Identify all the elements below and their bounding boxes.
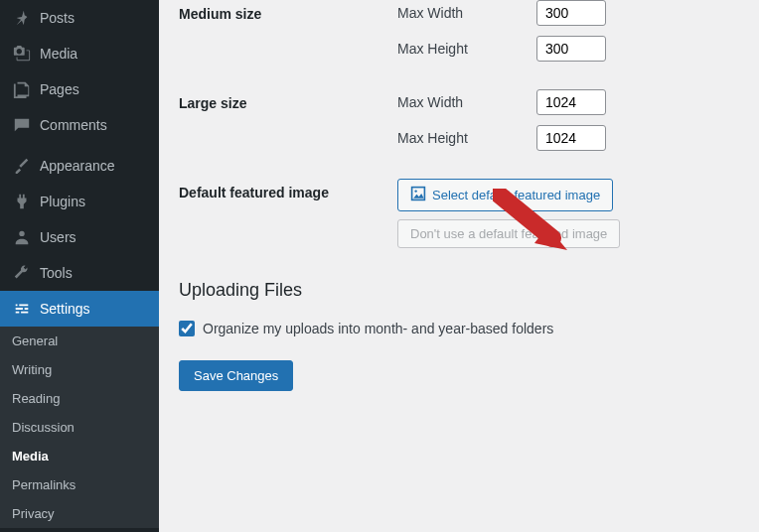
submenu-permalinks[interactable]: Permalinks xyxy=(0,470,159,499)
image-icon xyxy=(410,186,426,204)
pin-icon xyxy=(12,8,32,28)
remove-dfi-label: Don't use a default featured image xyxy=(410,226,607,241)
dfi-label: Default featured image xyxy=(179,179,397,200)
svg-point-0 xyxy=(19,231,24,236)
sidebar-item-plugins[interactable]: Plugins xyxy=(0,184,159,219)
sidebar-label: Comments xyxy=(40,117,107,133)
sidebar-label: Appearance xyxy=(40,158,115,174)
large-size-label: Large size xyxy=(179,89,397,111)
brush-icon xyxy=(12,156,32,176)
sidebar-item-users[interactable]: Users xyxy=(0,219,159,255)
max-height-label: Max Height xyxy=(397,41,536,57)
select-dfi-label: Select default featured image xyxy=(432,188,600,202)
large-height-input[interactable] xyxy=(536,125,606,151)
organize-uploads-checkbox[interactable] xyxy=(179,321,195,336)
submenu-privacy[interactable]: Privacy xyxy=(0,499,159,528)
medium-width-input[interactable] xyxy=(536,0,606,26)
sidebar-label: Pages xyxy=(40,81,79,97)
medium-size-label: Medium size xyxy=(179,0,397,22)
max-height-label: Max Height xyxy=(397,130,536,146)
sidebar-label: Tools xyxy=(40,265,73,281)
admin-sidebar: Posts Media Pages Comments Appearance Pl… xyxy=(0,0,159,532)
sidebar-item-appearance[interactable]: Appearance xyxy=(0,148,159,184)
media-icon xyxy=(12,44,32,64)
users-icon xyxy=(12,227,32,247)
sidebar-item-posts[interactable]: Posts xyxy=(0,0,159,36)
max-width-label: Max Width xyxy=(397,94,536,110)
sidebar-label: Media xyxy=(40,46,77,62)
svg-point-2 xyxy=(414,190,416,192)
main-content: Medium size Max Width Max Height Large s… xyxy=(159,0,759,532)
comments-icon xyxy=(12,115,32,135)
sidebar-label: Settings xyxy=(40,301,90,317)
medium-height-input[interactable] xyxy=(536,36,606,62)
pages-icon xyxy=(12,79,32,99)
sidebar-item-tools[interactable]: Tools xyxy=(0,255,159,291)
submenu-writing[interactable]: Writing xyxy=(0,355,159,384)
submenu-media[interactable]: Media xyxy=(0,442,159,470)
sidebar-item-pages[interactable]: Pages xyxy=(0,71,159,107)
sidebar-label: Users xyxy=(40,229,76,245)
submenu-reading[interactable]: Reading xyxy=(0,384,159,413)
sidebar-item-media[interactable]: Media xyxy=(0,36,159,71)
settings-submenu: General Writing Reading Discussion Media… xyxy=(0,327,159,528)
max-width-label: Max Width xyxy=(397,5,536,21)
plug-icon xyxy=(12,192,32,211)
sliders-icon xyxy=(12,299,32,319)
remove-dfi-button[interactable]: Don't use a default featured image xyxy=(397,219,620,248)
submenu-general[interactable]: General xyxy=(0,327,159,355)
save-changes-button[interactable]: Save Changes xyxy=(179,360,293,391)
sidebar-label: Plugins xyxy=(40,194,85,209)
uploading-files-heading: Uploading Files xyxy=(179,280,739,301)
submenu-discussion[interactable]: Discussion xyxy=(0,413,159,442)
large-width-input[interactable] xyxy=(536,89,606,115)
wrench-icon xyxy=(12,263,32,283)
sidebar-item-settings[interactable]: Settings xyxy=(0,291,159,327)
sidebar-item-comments[interactable]: Comments xyxy=(0,107,159,143)
select-dfi-button[interactable]: Select default featured image xyxy=(397,179,613,211)
sidebar-label: Posts xyxy=(40,10,75,26)
organize-uploads-label: Organize my uploads into month- and year… xyxy=(203,321,553,336)
